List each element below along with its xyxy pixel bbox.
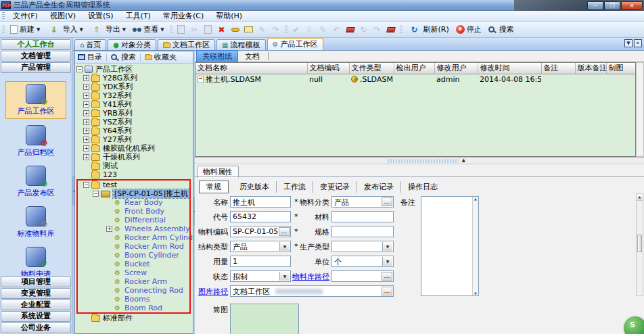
tab-general[interactable]: 常规	[199, 181, 229, 193]
export-button[interactable]: ⇑ 导出▼	[87, 23, 129, 37]
menu-settings[interactable]: 设置(S)	[82, 10, 120, 22]
unit-select[interactable]: 个▼	[331, 256, 394, 267]
cut-icon[interactable]: ✂	[189, 24, 200, 35]
browse-button[interactable]: …	[382, 287, 392, 295]
tree-folder[interactable]: +Y32系列	[75, 91, 193, 100]
eraser-icon[interactable]	[345, 24, 356, 35]
sidebar-group-product[interactable]: 产品管理	[1, 62, 71, 73]
properties-scrollbar[interactable]: ▲	[636, 193, 643, 296]
collapse-icon[interactable]: −	[83, 182, 89, 188]
menu-file[interactable]: 文件(F)	[7, 10, 44, 22]
tree-folder[interactable]: +YDK系列	[75, 82, 193, 91]
delete-icon[interactable]: ✖	[216, 24, 227, 35]
tree-folder[interactable]: +Y28G系列	[75, 74, 193, 82]
stop-button[interactable]: ✖ 停止	[453, 23, 485, 36]
restore-button[interactable]: ❐	[604, 1, 620, 10]
search-button[interactable]: 搜索	[485, 23, 518, 36]
close-button[interactable]: ✕	[621, 1, 643, 10]
clear-icon[interactable]	[386, 24, 396, 35]
tab-close-button[interactable]: ✕	[634, 39, 642, 47]
tree-part[interactable]: ⚙Booms	[78, 295, 189, 304]
tree-folder-test[interactable]: − test	[78, 181, 189, 189]
menu-help[interactable]: 帮助(H)	[210, 10, 248, 22]
sidebar-item-material-request[interactable]: ✔ 物料申请	[5, 245, 66, 276]
new-button[interactable]: 新建▼	[7, 23, 43, 36]
sidebar-group-change[interactable]: 变更管理	[1, 288, 71, 299]
tree-folder[interactable]: +干燥机系列	[75, 153, 193, 162]
tab-documents[interactable]: 文档	[239, 51, 265, 62]
tab-home[interactable]: ⌂ 首页	[74, 39, 106, 50]
tab-object-category[interactable]: ● 对象分类	[108, 39, 156, 50]
tab-document-workspace[interactable]: 文档工作区	[158, 39, 215, 50]
tree-part[interactable]: ⚙Screw	[78, 268, 189, 277]
expand-icon[interactable]: +	[106, 226, 112, 232]
scrollbar-thumb[interactable]	[637, 235, 642, 252]
tab-operation-log[interactable]: 操作日志	[401, 181, 444, 193]
import-button[interactable]: ⇓ 导入▼	[43, 23, 86, 37]
sidebar-group-system[interactable]: 系统设置	[1, 311, 71, 322]
expand-icon[interactable]: +	[83, 75, 89, 81]
tab-workflow[interactable]: 工作流	[277, 181, 313, 193]
menu-tools[interactable]: 工具(T)	[120, 10, 157, 22]
tree-part[interactable]: ⚙Rocker Arm Rod	[78, 242, 189, 251]
tree-folder[interactable]: +橡胶硫化机系列	[75, 144, 193, 153]
tab-change-records[interactable]: 变更记录	[313, 181, 357, 193]
link-icon[interactable]: ✎	[257, 24, 268, 35]
expand-icon[interactable]: +	[83, 145, 89, 151]
tree-part[interactable]: ⚙Rocker Arm Cylinder	[78, 233, 189, 242]
col-version-remark[interactable]: 版本备注	[575, 63, 606, 74]
prod-type-select[interactable]: ▼	[331, 241, 394, 252]
tree-folder[interactable]: +Y64系列	[75, 126, 193, 135]
lasso-icon[interactable]: ↷	[271, 24, 281, 35]
tree-part[interactable]: ⚙Differential	[78, 216, 189, 224]
tree-part[interactable]: ⚙Boom Rod	[78, 304, 189, 312]
tree-part[interactable]: ⚙Bucket	[78, 260, 189, 268]
tab-history-versions[interactable]: 历史版本	[233, 181, 277, 193]
splitter-handle[interactable]: ▲	[388, 159, 459, 163]
category-field[interactable]: 产品…	[331, 196, 394, 208]
tab-related-drawings[interactable]: 关联图纸	[196, 50, 238, 63]
col-doc-code[interactable]: 文档编码	[307, 63, 349, 74]
tree-folder[interactable]: +YSZ系列	[75, 118, 193, 126]
sidebar-group-enterprise[interactable]: 企业配置	[1, 300, 71, 310]
expand-icon[interactable]: +	[83, 93, 89, 99]
expand-icon[interactable]: +	[83, 110, 89, 116]
rename-icon[interactable]	[244, 24, 254, 35]
tree-folder[interactable]: +YRB系列	[75, 109, 193, 118]
expand-icon[interactable]: +	[83, 84, 89, 90]
collapse-icon[interactable]: −	[93, 191, 99, 197]
material-field[interactable]	[331, 211, 394, 222]
col-doc-name[interactable]: 文档名称	[196, 63, 307, 74]
sidebar-item-product-release[interactable]: ⚙ 产品发布区	[5, 164, 66, 200]
browse-button[interactable]: …	[382, 272, 392, 281]
edit-icon[interactable]: ✎	[318, 24, 329, 35]
tree-folder[interactable]: 123	[75, 170, 193, 179]
tree-folder[interactable]: 测试	[75, 162, 193, 170]
tree-part[interactable]: ⚙Front Body	[78, 207, 189, 216]
undo-icon[interactable]: ↶	[331, 24, 342, 35]
table-row[interactable]: 推土机.SLDASM null .SLDASM admin 2014-04-08…	[196, 74, 635, 85]
tree-folder[interactable]: +Y41系列	[75, 100, 193, 109]
remark-scrollbar[interactable]: ▲▼	[472, 197, 478, 295]
sidebar-group-document[interactable]: 文档管理	[1, 51, 71, 62]
key-icon[interactable]	[230, 24, 241, 35]
expand-icon[interactable]: +	[83, 101, 89, 108]
collapse-icon[interactable]: −	[76, 66, 83, 72]
expand-icon[interactable]: +	[83, 154, 89, 160]
material-lib-path-link[interactable]: 物料库路径	[275, 272, 329, 282]
tree-item-bulldozer[interactable]: − [SP-CP-01-05]推土机	[78, 189, 189, 198]
menu-view[interactable]: 视图(V)	[44, 10, 82, 22]
history-icon[interactable]: ↻	[359, 24, 369, 35]
tree-part[interactable]: ⚙Boom Cylinder	[78, 251, 189, 260]
copy-icon[interactable]	[176, 24, 187, 35]
tree-part[interactable]: ⚙Connecting Rod	[78, 286, 189, 295]
expand-icon[interactable]: +	[83, 128, 89, 134]
sidebar-group-personal[interactable]: 个人工作台	[1, 39, 71, 50]
col-drawing[interactable]: 制图	[606, 63, 635, 74]
tree-part[interactable]: ⚙Rear Body	[78, 198, 189, 207]
sidebar-group-project[interactable]: 项目管理	[1, 277, 71, 287]
dropdown-arrow-icon[interactable]: ▼	[382, 257, 392, 266]
tab-release-records[interactable]: 发布记录	[357, 181, 401, 193]
col-modify-time[interactable]: 修改时间	[478, 63, 541, 74]
table-scrollbar[interactable]	[636, 62, 644, 157]
